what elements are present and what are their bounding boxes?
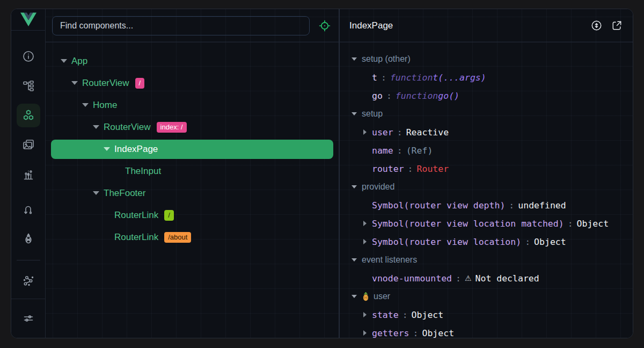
state-value: Object [534, 237, 566, 247]
graph-icon [22, 274, 35, 287]
tree-row-routerview[interactable]: RouterViewindex: / [46, 116, 339, 138]
key-value-separator: : [404, 164, 417, 174]
state-row-symbol-router-view-location-[interactable]: Symbol(router view location):Object [340, 233, 633, 251]
inspector-title: IndexPage [349, 20, 393, 31]
tree-row-routerlink[interactable]: RouterLink/about [46, 226, 339, 248]
key-value-separator: : [409, 328, 422, 338]
state-row-symbol-router-view-depth-[interactable]: Symbol(router view depth):undefined [340, 196, 633, 214]
state-key: router [372, 164, 404, 174]
collapse-arrow-icon[interactable] [82, 103, 89, 107]
state-row-user[interactable]: user:Reactive [340, 123, 633, 141]
expand-arrow-icon[interactable] [363, 312, 370, 317]
state-value: Object [412, 310, 444, 320]
section-label: provided [362, 182, 394, 192]
inspector-header: IndexPage [340, 9, 633, 42]
state-key: Symbol(router view location) [372, 237, 521, 247]
state-key: Symbol(router view depth) [372, 200, 505, 211]
collapse-arrow-icon[interactable] [60, 59, 68, 63]
section-header-setup-other-[interactable]: setup (other) [340, 50, 633, 68]
state-value: Object [422, 328, 454, 338]
section-header-event-listeners[interactable]: event listeners [340, 251, 633, 269]
screen-background: AppRouterView/HomeRouterViewindex: /Inde… [0, 0, 644, 348]
state-value: Router [417, 164, 449, 174]
sidebar-item-info[interactable] [17, 45, 40, 68]
state-key: state [372, 310, 399, 320]
pinia-icon [22, 233, 35, 245]
sidebar-item-assets[interactable] [17, 133, 40, 157]
tree-row-routerlink[interactable]: RouterLink/ [46, 204, 339, 226]
expand-arrow-icon[interactable] [363, 129, 370, 135]
state-row-symbol-router-view-location-matched-[interactable]: Symbol(router view location matched):Obj… [340, 214, 633, 233]
collapse-arrow-icon [352, 112, 357, 115]
tree-row-indexpage[interactable]: IndexPage [51, 140, 333, 159]
tree-row-app[interactable]: App [46, 50, 339, 72]
state-key: Symbol(router view location matched) [372, 219, 564, 229]
collapse-arrow-icon[interactable] [92, 125, 100, 129]
component-name: TheInput [125, 166, 161, 177]
sidebar-divider [17, 260, 40, 260]
section-label: user [374, 292, 390, 301]
inspector-state: setup (other)t:function t(...args)go:fun… [340, 42, 633, 338]
settings-icon [22, 312, 35, 325]
state-value: function [396, 91, 438, 101]
expand-arrow-icon[interactable] [363, 221, 370, 226]
key-value-separator: : [505, 200, 518, 211]
sidebar-item-graph[interactable] [17, 269, 40, 293]
route-badge: index: / [157, 122, 187, 133]
state-row-router[interactable]: router:Router [340, 160, 633, 178]
tree-row-home[interactable]: Home [46, 94, 339, 116]
state-value: go() [438, 91, 459, 101]
search-input[interactable] [52, 16, 310, 35]
route-badge: / [135, 78, 145, 89]
target-icon [318, 19, 331, 32]
scroll-to-component-button[interactable] [590, 19, 603, 32]
open-in-editor-button[interactable] [610, 19, 623, 32]
sidebar-item-timeline[interactable] [17, 163, 40, 186]
warning-icon: ⚠ [465, 274, 472, 282]
collapse-arrow-icon[interactable] [71, 81, 78, 85]
state-row-state[interactable]: state:Object [340, 306, 633, 324]
sidebar-item-settings[interactable] [17, 307, 40, 330]
expand-arrow-icon[interactable] [363, 239, 370, 244]
state-row-getters[interactable]: getters:Object [340, 324, 633, 338]
scroll-to-component-icon [590, 19, 603, 32]
state-row-t[interactable]: t:function t(...args) [340, 68, 633, 86]
collapse-arrow-icon [352, 185, 357, 189]
state-key: name [372, 146, 393, 156]
tree-row-thefooter[interactable]: TheFooter [46, 182, 339, 204]
sidebar-item-pinia[interactable] [17, 227, 40, 251]
component-name: RouterView [82, 78, 129, 89]
state-value: undefined [518, 200, 566, 211]
collapse-arrow-icon[interactable] [92, 191, 100, 195]
state-row-go[interactable]: go:function go() [340, 86, 633, 105]
sidebar-item-router[interactable] [17, 198, 40, 221]
section-label: setup [362, 109, 383, 119]
section-label: event listeners [362, 255, 417, 265]
state-value: Not declared [475, 273, 539, 284]
key-value-separator: : [399, 310, 412, 320]
key-value-separator: : [452, 273, 465, 284]
tree-row-routerview[interactable]: RouterView/ [46, 72, 339, 94]
section-header-provided[interactable]: provided [340, 178, 633, 196]
state-key: go [372, 91, 383, 101]
state-row-vnode-unmounted[interactable]: vnode-unmounted:⚠Not declared [340, 269, 633, 287]
tree-row-theinput[interactable]: TheInput [46, 160, 339, 182]
collapse-arrow-icon[interactable] [103, 147, 111, 151]
component-name: App [71, 56, 87, 67]
devtools-window: AppRouterView/HomeRouterViewindex: /Inde… [11, 9, 633, 338]
router-icon [22, 203, 35, 216]
state-row-name[interactable]: name: (Ref) [340, 141, 633, 160]
inspect-component-button[interactable] [317, 18, 332, 33]
section-header-setup[interactable]: setup [340, 105, 633, 123]
sidebar-item-component-tree[interactable] [17, 74, 40, 98]
section-header-user[interactable]: user [340, 287, 633, 306]
state-value: t(...args) [433, 73, 486, 83]
component-name: TheFooter [104, 188, 145, 199]
expand-arrow-icon[interactable] [363, 330, 370, 336]
state-value: Object [577, 219, 609, 229]
sidebar-item-components[interactable] [17, 104, 40, 127]
sidebar [11, 9, 46, 338]
component-name: RouterLink [114, 210, 158, 221]
route-badge: /about [164, 232, 191, 243]
component-name: Home [93, 100, 117, 111]
